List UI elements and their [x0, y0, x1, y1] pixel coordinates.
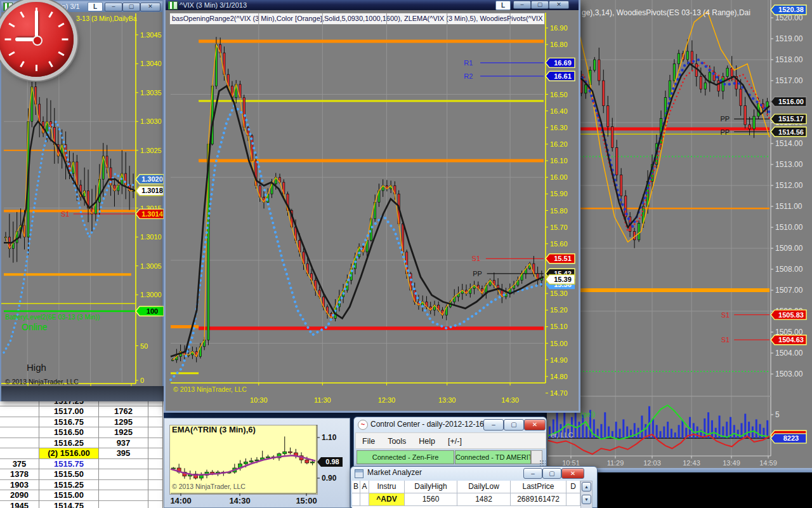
dom-price-cell[interactable]: 1515.00 [39, 490, 99, 501]
dom-price-cell[interactable]: (2) 1516.00 [39, 448, 99, 459]
scrollbar[interactable]: ▲ ▼ [580, 481, 593, 508]
dom-ask-cell[interactable]: 937 [99, 438, 148, 449]
dom-extra-cell[interactable] [148, 490, 163, 501]
titlebar-market-analyzer[interactable]: Market Analyzer – ▢ ✕ [351, 467, 597, 479]
dom-price-cell[interactable]: 1516.75 [39, 417, 99, 428]
dom-ask-cell[interactable] [99, 490, 148, 501]
axis-label: 15.30 [550, 290, 568, 297]
dom-ask-cell[interactable] [99, 480, 148, 491]
dom-bid-cell[interactable] [0, 417, 39, 428]
dom-bid-cell[interactable]: 1903 [0, 480, 39, 491]
table-cell[interactable]: 1482 [457, 493, 511, 506]
clock-tick [36, 65, 37, 71]
menu-item-tools[interactable]: Tools [388, 434, 406, 449]
axis-label: 0.90 [322, 474, 337, 483]
table-cell[interactable]: ^ADV [369, 493, 405, 506]
axis-label: 1518.00 [775, 55, 803, 64]
minimize-button[interactable]: – [483, 419, 504, 431]
dom-extra-cell[interactable] [148, 480, 163, 491]
minimize-button[interactable]: – [523, 468, 542, 479]
dom-bid-cell[interactable]: 1945 [0, 501, 39, 508]
axis-label: 1.10 [322, 433, 337, 442]
dom-extra-cell[interactable] [148, 501, 163, 508]
dom-price-cell[interactable]: 1517.00 [39, 406, 99, 417]
dom-price-cell[interactable]: 1515.75 [39, 459, 99, 470]
dom-price-cell[interactable]: 1515.50 [39, 469, 99, 480]
dom-ask-cell[interactable]: 1762 [99, 406, 148, 417]
dom-ask-cell[interactable]: 395 [99, 448, 148, 459]
dom-extra-cell[interactable] [148, 469, 163, 480]
axis-label: 1509.00 [775, 244, 803, 253]
dom-price-cell[interactable]: 1516.25 [39, 438, 99, 449]
window-frame-bottom [1, 386, 164, 401]
dom-price-cell[interactable]: 1515.25 [39, 480, 99, 491]
dom-ask-cell[interactable] [99, 469, 148, 480]
dom-bid-cell[interactable] [0, 438, 39, 449]
menubar: FileToolsHelp[+/-] [355, 432, 546, 449]
axis-label: 50 [140, 342, 148, 350]
pivot-label-s1b: S1 [721, 336, 730, 344]
table-cell[interactable]: 1560 [405, 493, 457, 506]
dom-extra-cell[interactable] [148, 438, 163, 449]
time-axis-label: 13:49 [723, 459, 740, 467]
dom-ask-cell[interactable]: 1295 [99, 417, 148, 428]
axis-label: 1514.00 [775, 139, 803, 148]
dom-bid-cell[interactable] [0, 427, 39, 438]
axis-label: 14.90 [550, 356, 568, 364]
dom-ask-cell[interactable]: 1925 [99, 427, 148, 438]
column-header-b[interactable]: B [352, 481, 360, 493]
dom-extra-cell[interactable] [148, 448, 163, 459]
window-vix-chart[interactable]: ^VIX (3 Min) 3/1/2013 L – ▢ ✕ basOpening… [164, 0, 580, 413]
column-header-instru[interactable]: Instru [369, 481, 405, 493]
close-button[interactable]: ✕ [524, 419, 546, 431]
dom-bid-cell[interactable]: 2090 [0, 490, 39, 501]
dom-price-cell[interactable]: 1514.75 [39, 501, 99, 508]
es-chart-canvas[interactable]: 1520.001519.001518.001517.001516.001515.… [547, 0, 812, 473]
dom-bid-cell[interactable]: 1378 [0, 469, 39, 480]
column-header-lastprice[interactable]: LastPrice [511, 481, 566, 493]
close-button[interactable]: ✕ [561, 468, 584, 479]
scroll-up-button[interactable]: ▲ [582, 482, 591, 491]
dom-ask-cell[interactable] [99, 459, 148, 470]
copyright-fragment: er, LLC [551, 431, 573, 439]
column-header-d[interactable]: D [566, 481, 580, 493]
column-header-a[interactable]: A [360, 481, 369, 493]
dom-price-cell[interactable]: 1516.50 [39, 427, 99, 438]
dom-price-ladder[interactable]: 1517.251517.0017621516.7512951516.501925… [0, 391, 164, 508]
dom-extra-cell[interactable] [148, 459, 163, 470]
table-cell[interactable]: 2689161472 [511, 493, 566, 506]
menu-item-file[interactable]: File [362, 434, 375, 449]
dom-extra-cell[interactable] [148, 417, 163, 428]
window-es-chart[interactable]: 1520.001519.001518.001517.001516.001515.… [547, 0, 812, 473]
maximize-button[interactable]: ▢ [504, 419, 524, 431]
table-cell[interactable] [566, 493, 580, 506]
clock-tick [48, 11, 53, 18]
table-cell[interactable] [352, 493, 360, 506]
axis-label: 14.80 [550, 373, 568, 380]
resize-grip[interactable] [539, 460, 546, 466]
trin-chart-canvas[interactable]: 1.100.9014:0014:3015:000.98EMA(^TRIN (3 … [164, 418, 351, 508]
dom-bid-cell[interactable] [0, 448, 39, 459]
menu-item-[interactable]: [+/-] [448, 434, 462, 449]
scroll-down-button[interactable]: ▼ [582, 495, 591, 504]
window-control-center[interactable]: ~ Control Center - daily-2012-12-16... –… [353, 417, 547, 467]
window-market-analyzer[interactable]: Market Analyzer – ▢ ✕ BAInstruDailyHighD… [350, 466, 598, 508]
table-cell[interactable] [360, 493, 369, 506]
dom-bid-cell[interactable]: 375 [0, 459, 39, 470]
axis-label: 1508.00 [775, 265, 803, 274]
price-marker-value: 16.61 [554, 72, 572, 80]
column-header-dailylow[interactable]: DailyLow [457, 481, 511, 493]
vix-chart-canvas[interactable]: 16.9016.8016.7016.6016.5016.4016.3016.20… [166, 0, 579, 409]
clock-widget[interactable] [0, 2, 74, 77]
window-trin-chart[interactable]: 1.100.9014:0014:3015:000.98EMA(^TRIN (3 … [164, 418, 350, 508]
price-marker-value: 1505.83 [778, 311, 804, 319]
dom-ask-cell[interactable] [99, 501, 148, 508]
dom-bid-cell[interactable] [0, 406, 39, 417]
column-header-dailyhigh[interactable]: DailyHigh [405, 481, 457, 493]
maximize-button[interactable]: ▢ [542, 468, 561, 479]
dom-extra-cell[interactable] [148, 406, 163, 417]
battery-label: BatteryLevel2(6E 03-13 (3 Min)) [5, 313, 100, 321]
menu-item-help[interactable]: Help [419, 434, 435, 449]
titlebar-control-center[interactable]: ~ Control Center - daily-2012-12-16... –… [354, 417, 546, 431]
dom-extra-cell[interactable] [148, 427, 163, 438]
